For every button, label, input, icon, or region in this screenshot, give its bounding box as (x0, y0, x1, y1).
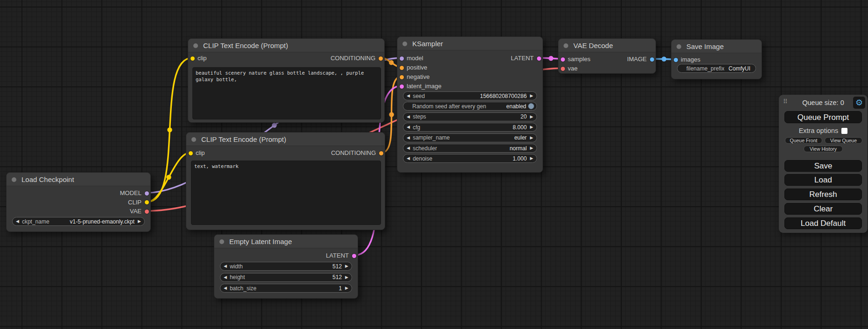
decrement-arrow-icon[interactable]: ◀ (407, 123, 410, 132)
increment-arrow-icon[interactable]: ▶ (530, 154, 533, 163)
decrement-arrow-icon[interactable]: ◀ (224, 284, 227, 293)
node-title-bar[interactable]: KSampler (397, 37, 543, 50)
prompt-textarea[interactable]: beautiful scenery nature glass bottle la… (192, 67, 381, 119)
settings-gear-icon[interactable]: ⚙ (853, 97, 865, 109)
node-save-image[interactable]: Save Imageimagesfilename_prefixComfyUI (671, 39, 762, 79)
load-default-button[interactable]: Load Default (784, 217, 862, 229)
widget-value: 1 (339, 285, 342, 292)
collapse-dot-icon[interactable] (564, 43, 568, 48)
decrement-arrow-icon[interactable]: ◀ (407, 154, 410, 163)
decrement-arrow-icon[interactable]: ◀ (16, 217, 19, 226)
node-title-bar[interactable]: Load Checkpoint (7, 173, 150, 186)
widget-steps[interactable]: ◀steps20▶ (403, 112, 537, 121)
queue-front-button[interactable]: Queue Front (785, 137, 822, 144)
clear-button[interactable]: Clear (784, 203, 862, 215)
increment-arrow-icon[interactable]: ▶ (530, 144, 533, 153)
refresh-button[interactable]: Refresh (784, 189, 862, 200)
widget-width[interactable]: ◀width512▶ (220, 262, 352, 271)
input-slot-positive: positive (397, 64, 427, 71)
slot-label: CONDITIONING (331, 149, 385, 156)
input-slot-clip: clip (188, 55, 207, 62)
save-button[interactable]: Save (784, 160, 862, 172)
queue-prompt-button[interactable]: Queue Prompt (784, 111, 862, 123)
node-clip-text-encode-prompt[interactable]: CLIP Text Encode (Prompt)clipCONDITIONIN… (188, 38, 385, 123)
collapse-dot-icon[interactable] (193, 43, 198, 48)
output-port-conditioning[interactable] (379, 56, 383, 61)
decrement-arrow-icon[interactable]: ◀ (407, 91, 410, 100)
output-slot-latent: LATENT (511, 55, 543, 62)
node-vae-decode[interactable]: VAE DecodesamplesvaeIMAGE (558, 38, 656, 74)
collapse-dot-icon[interactable] (219, 239, 224, 244)
node-graph-canvas[interactable]: Load CheckpointMODELCLIPVAE◀ckpt_namev1-… (0, 0, 868, 329)
input-port-vae[interactable] (561, 67, 565, 71)
node-title-bar[interactable]: CLIP Text Encode (Prompt) (186, 133, 385, 146)
collapse-dot-icon[interactable] (402, 42, 407, 46)
link-midpoint-dot (389, 112, 394, 117)
node-empty-latent-image[interactable]: Empty Latent ImageLATENT◀width512▶◀heigh… (214, 234, 358, 299)
widget-value: 20 (521, 113, 527, 120)
output-port-conditioning[interactable] (379, 151, 383, 155)
input-slot-clip: clip (186, 149, 205, 157)
widget-denoise[interactable]: ◀denoise1.000▶ (403, 154, 537, 163)
input-slot-vae: vae (558, 65, 578, 72)
widget-seed[interactable]: ◀seed156680208700286▶ (403, 91, 537, 100)
widget-cfg[interactable]: ◀cfg8.000▶ (403, 123, 537, 132)
output-port-vae[interactable] (145, 210, 149, 214)
input-port-positive[interactable] (400, 66, 404, 70)
decrement-arrow-icon[interactable]: ◀ (224, 262, 227, 271)
increment-arrow-icon[interactable]: ▶ (530, 123, 533, 132)
decrement-arrow-icon[interactable]: ◀ (407, 112, 410, 121)
toggle-circle[interactable] (528, 103, 534, 109)
output-port-image[interactable] (650, 57, 654, 62)
increment-arrow-icon[interactable]: ▶ (345, 262, 348, 271)
widget-random-seed-after-every-gen[interactable]: Random seed after every genenabled (403, 102, 537, 111)
output-port-latent[interactable] (537, 56, 541, 61)
view-history-button[interactable]: View History (804, 146, 843, 152)
widget-ckpt-name[interactable]: ◀ckpt_namev1-5-pruned-emaonly.ckpt▶ (12, 217, 145, 226)
widget-sampler-name[interactable]: ◀sampler_nameeuler▶ (403, 133, 537, 142)
increment-arrow-icon[interactable]: ▶ (530, 133, 533, 142)
load-button[interactable]: Load (784, 174, 862, 186)
output-slot-conditioning: CONDITIONING (331, 55, 384, 62)
node-title-bar[interactable]: CLIP Text Encode (Prompt) (188, 39, 384, 52)
node-title-bar[interactable]: Empty Latent Image (214, 235, 358, 248)
node-clip-text-encode-prompt[interactable]: CLIP Text Encode (Prompt)clipCONDITIONIN… (186, 132, 385, 230)
increment-arrow-icon[interactable]: ▶ (345, 273, 348, 282)
extra-options-checkbox[interactable] (841, 128, 847, 134)
increment-arrow-icon[interactable]: ▶ (530, 112, 533, 121)
node-load-checkpoint[interactable]: Load CheckpointMODELCLIPVAE◀ckpt_namev1-… (6, 172, 151, 232)
input-port-negative[interactable] (400, 75, 404, 79)
node-title: KSampler (412, 40, 443, 48)
widget-label: cfg (413, 124, 420, 131)
input-port-clip[interactable] (189, 151, 193, 155)
prompt-textarea[interactable]: text, watermark (191, 161, 381, 225)
collapse-dot-icon[interactable] (191, 137, 196, 142)
node-title-bar[interactable]: VAE Decode (558, 39, 656, 52)
output-slot-model: MODEL (120, 189, 150, 197)
increment-arrow-icon[interactable]: ▶ (138, 217, 141, 226)
node-title: Empty Latent Image (229, 238, 292, 245)
widget-filename-prefix[interactable]: filename_prefixComfyUI (677, 64, 756, 73)
view-queue-button[interactable]: View Queue (825, 137, 862, 144)
input-port-model[interactable] (400, 56, 404, 61)
widget-height[interactable]: ◀height512▶ (220, 273, 352, 282)
node-title: CLIP Text Encode (Prompt) (201, 135, 286, 143)
node-ksampler[interactable]: KSamplermodelpositivenegativelatent_imag… (397, 36, 543, 173)
widget-scheduler[interactable]: ◀schedulernormal▶ (403, 144, 537, 153)
input-port-images[interactable] (674, 58, 678, 62)
node-title-bar[interactable]: Save Image (671, 40, 762, 53)
output-port-clip[interactable] (145, 200, 149, 204)
decrement-arrow-icon[interactable]: ◀ (407, 144, 410, 153)
decrement-arrow-icon[interactable]: ◀ (407, 133, 410, 142)
output-port-latent[interactable] (352, 254, 356, 258)
widget-batch-size[interactable]: ◀batch_size1▶ (220, 284, 352, 293)
input-port-latent-image[interactable] (400, 84, 404, 89)
output-port-model[interactable] (145, 191, 149, 196)
decrement-arrow-icon[interactable]: ◀ (224, 273, 227, 282)
collapse-dot-icon[interactable] (12, 177, 16, 182)
increment-arrow-icon[interactable]: ▶ (530, 91, 533, 100)
input-port-clip[interactable] (191, 56, 195, 61)
input-port-samples[interactable] (561, 57, 565, 62)
collapse-dot-icon[interactable] (677, 44, 681, 49)
increment-arrow-icon[interactable]: ▶ (345, 284, 348, 293)
